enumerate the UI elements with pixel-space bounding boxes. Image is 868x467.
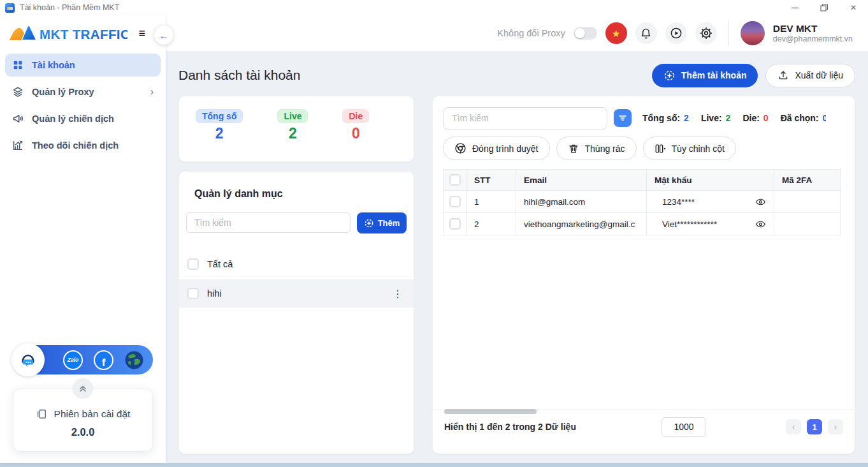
sidebar-item-label: Quản lý chiến dịch: [32, 114, 114, 124]
sidebar-collapse-button[interactable]: ←: [154, 26, 173, 45]
filter-button[interactable]: [614, 109, 632, 127]
support-chat-icon[interactable]: [11, 343, 45, 376]
version-icon: [36, 408, 47, 420]
trash-icon: [568, 143, 579, 154]
window-title: Tài khoản - Phần Mềm MKT: [20, 3, 119, 12]
prev-page-button[interactable]: ‹: [786, 419, 801, 434]
category-add-button[interactable]: Thêm: [357, 212, 407, 234]
logo-text: MKT TRAFFIC: [40, 27, 127, 41]
double-chevron-up-icon: [78, 383, 87, 392]
globe-icon[interactable]: [124, 350, 144, 370]
eye-icon: [755, 196, 766, 207]
mkt-traffic-logo: MKT TRAFFIC: [8, 22, 127, 45]
category-checkbox[interactable]: [187, 288, 199, 299]
add-account-button[interactable]: Thêm tài khoản: [652, 64, 758, 87]
category-search-input[interactable]: [186, 212, 351, 233]
stat-total: Tổng số 2: [196, 109, 243, 161]
hamburger-menu-icon[interactable]: ≡: [138, 27, 145, 39]
trash-button[interactable]: Thùng rác: [556, 137, 637, 160]
user-info[interactable]: DEV MKT dev@phanmemmkt.vn: [773, 22, 857, 45]
play-circle-icon: [670, 27, 683, 40]
settings-button[interactable]: [695, 22, 717, 44]
sidebar-menu: Tài khoản Quản lý Proxy › Quản lý chiến …: [0, 51, 166, 163]
back-arrow-icon: ←: [159, 30, 169, 41]
customize-columns-button[interactable]: Tùy chỉnh cột: [643, 137, 736, 160]
cell-email: viethoangmarketing@gmail.c: [516, 213, 647, 235]
language-flag-button[interactable]: ★: [605, 22, 627, 44]
table-header-row: STT Email Mật khẩu Mã 2FA: [444, 170, 841, 191]
horizontal-scrollbar[interactable]: [443, 409, 844, 414]
app-icon: [5, 3, 15, 13]
table-row[interactable]: 2 viethoangmarketing@gmail.c Viet*******…: [444, 213, 841, 235]
category-list-item[interactable]: hihi ⋮: [179, 279, 414, 308]
cell-stt: 2: [467, 213, 516, 235]
category-name: hihi: [207, 288, 222, 299]
accounts-summary: Tổng số:2 Live:2 Die:0 Đã chọn:0: [642, 113, 826, 123]
stat-total-value: 2: [215, 125, 224, 142]
show-password-button[interactable]: [755, 196, 766, 207]
export-data-button[interactable]: Xuất dữ liệu: [765, 64, 855, 87]
select-all-checkbox[interactable]: [187, 258, 199, 270]
sidebar-item-quan-ly-chien-dich[interactable]: Quản lý chiến dịch: [5, 107, 161, 130]
header-checkbox[interactable]: [449, 174, 461, 186]
user-email: dev@phanmemmkt.vn: [773, 34, 853, 45]
select-all-label: Tất cả: [207, 259, 233, 269]
pagination-info: Hiển thị 1 đến 2 trong 2 Dữ liệu: [444, 422, 576, 432]
row-checkbox[interactable]: [449, 218, 461, 230]
zalo-icon[interactable]: Zalo: [63, 350, 83, 370]
cell-email: hihi@gmail.com: [516, 191, 647, 213]
sidebar: MKT TRAFFIC ≡ Tài khoản Quản lý Proxy ›: [0, 15, 166, 463]
social-links-bar: Zalo f: [13, 345, 153, 374]
chrome-browser-icon: [454, 142, 467, 154]
category-panel-title: Quản lý danh mục: [179, 188, 414, 200]
show-password-button[interactable]: [755, 219, 766, 230]
chart-growth-icon: [12, 140, 24, 151]
cell-2fa: [774, 213, 841, 235]
category-select-all-row[interactable]: Tất cả: [179, 253, 414, 276]
category-panel: Quản lý danh mục Thêm: [178, 171, 414, 454]
row-checkbox[interactable]: [449, 196, 461, 207]
account-stats-card: Tổng số 2 Live 2 Die 0: [178, 96, 414, 162]
close-browser-button[interactable]: Đóng trình duyệt: [443, 137, 550, 160]
window-titlebar: Tài khoản - Phần Mềm MKT ✕: [0, 0, 868, 15]
close-button[interactable]: ✕: [839, 0, 868, 15]
proxy-toggle[interactable]: [574, 27, 597, 40]
user-avatar[interactable]: [741, 21, 765, 45]
summary-live-value: 2: [726, 113, 731, 123]
table-row[interactable]: 1 hihi@gmail.com 1234****: [444, 191, 841, 213]
plus-circle-dashed-icon: [663, 70, 676, 82]
topbar-divider: [728, 20, 729, 46]
megaphone-icon: [12, 113, 24, 124]
run-button[interactable]: [665, 22, 687, 44]
accounts-panel: Tổng số:2 Live:2 Die:0 Đã chọn:0: [432, 96, 855, 454]
page-number-button[interactable]: 1: [807, 419, 822, 434]
facebook-icon[interactable]: f: [94, 350, 113, 370]
minimize-button[interactable]: [780, 0, 809, 15]
next-page-button[interactable]: ›: [828, 419, 843, 434]
stat-die: Die 0: [342, 109, 369, 161]
dashboard-icon: [12, 59, 24, 71]
notifications-button[interactable]: [635, 22, 657, 44]
sidebar-item-theo-doi-chien-dich[interactable]: Theo dõi chiến dịch: [5, 134, 161, 157]
version-value: 2.0.0: [20, 426, 146, 438]
cell-password: 1234****: [655, 197, 695, 207]
cell-password: Viet************: [655, 219, 717, 229]
collapse-panel-chevron[interactable]: [73, 378, 92, 397]
summary-total-value: 2: [684, 113, 689, 123]
sidebar-item-tai-khoan[interactable]: Tài khoản: [5, 54, 161, 77]
column-header-2fa: Mã 2FA: [774, 170, 841, 191]
page-size-input[interactable]: [662, 417, 706, 437]
stat-live-label: Live: [277, 109, 308, 123]
restore-button[interactable]: [809, 0, 839, 15]
scrollbar-thumb[interactable]: [444, 409, 537, 414]
accounts-search-input[interactable]: [443, 107, 607, 130]
window-bottom-edge: [0, 463, 868, 467]
kebab-menu-icon[interactable]: ⋮: [390, 288, 405, 300]
sidebar-item-quan-ly-proxy[interactable]: Quản lý Proxy ›: [5, 80, 161, 103]
page-title: Danh sách tài khoản: [178, 68, 300, 83]
stat-live: Live 2: [277, 109, 308, 161]
content-area: Danh sách tài khoản Thêm tài khoản Xuất …: [166, 51, 868, 463]
stat-die-label: Die: [342, 109, 369, 123]
plus-circle-dashed-icon: [364, 218, 374, 228]
stat-die-value: 0: [352, 125, 360, 142]
